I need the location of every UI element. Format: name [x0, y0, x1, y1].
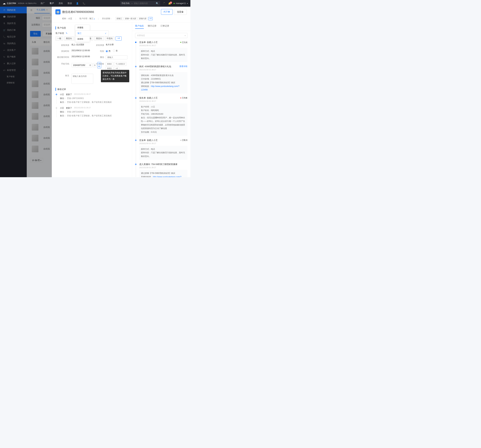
customer-tag: 高意向	[94, 36, 104, 41]
link[interactable]: http://www.yunduoketang.com/?123456	[141, 85, 179, 91]
topnav-客户[interactable]: 客户	[50, 2, 54, 5]
section-customer-info: 客户信息	[55, 26, 128, 29]
dropdown-option[interactable]: 师馨薇	[75, 25, 90, 31]
tag-more[interactable]: +4	[116, 36, 122, 41]
group-more[interactable]: +4	[148, 17, 153, 20]
mod-log-item: 小王更新了2021/01/30 01:38:27微信：空值-1367218282…	[56, 93, 128, 104]
user-menu[interactable]: manager11 ▾	[173, 2, 188, 5]
deposit-button[interactable]: 交定金	[174, 9, 187, 15]
manager-select[interactable]: 客户经理：张三 ▴	[79, 17, 95, 20]
search-box: 手机号码 ▾ 🔍	[120, 1, 160, 6]
info-panel: 客户信息 客户标签 ✎ 一般高意向中意向一般高意向中意向+4 获客来源线上-北京…	[52, 22, 132, 177]
tags-label: 客户标签	[55, 32, 64, 34]
personal-tag: 个人标签12	[114, 62, 127, 66]
merge-tooltip: 查询到此手机号码在系统中已存在，可以将两条客户数据合并为一条	[101, 70, 129, 82]
section-mod-log: 修改记录	[55, 88, 128, 91]
activity-panel: 客户动态聊天记录订单记录 全部动态 ▾ 定金单创建人小王已完成2020/01/3…	[132, 22, 190, 177]
edit-tags-icon[interactable]: ✎	[66, 32, 68, 34]
topnav-数据[interactable]: 数据	[68, 2, 72, 5]
topnav-推广[interactable]: 推广	[41, 2, 45, 5]
activity-item: 定金单创建人小王已完成2020/01/30 01:38:27跟单方式：电话跟单内…	[136, 41, 187, 65]
manager-dropdown: 师馨薇张三✓俱保咏	[75, 25, 90, 42]
order-button[interactable]: 代下单	[161, 9, 173, 15]
customer-tag: 中意向	[105, 36, 115, 41]
logo-subtitle: 教育机构一站 式服务云平台	[17, 2, 37, 5]
drawer-subheader: 昵称：小王 | 客户经理：张三 ▴ | 所在群聊： 群聊三群聊一群大群群聊六群+…	[52, 17, 190, 22]
topnav-质检[interactable]: 质检	[59, 2, 63, 5]
phone-input-wrap: ⊞	[71, 63, 92, 67]
activity-item: 购买4399理财课进阶课程大礼包查看详情2021/01/30 01:38:27课…	[136, 65, 187, 96]
user-icon[interactable]: 👤	[76, 2, 79, 5]
group-tag: 群聊一群大群	[124, 17, 137, 20]
activity-filter-select[interactable]: 全部动态 ▾	[135, 33, 187, 38]
mobile-icon[interactable]: 📱	[163, 2, 165, 5]
customer-tag: 一般	[55, 36, 63, 41]
chevron-down-icon: ▾	[187, 2, 188, 4]
logo-text: 云朵CRM	[7, 2, 16, 5]
group-tag: 群聊三	[115, 17, 123, 20]
activity-tab[interactable]: 聊天记录	[148, 24, 157, 29]
copy-button[interactable]: ⧉	[93, 63, 97, 67]
phone-link[interactable]: 手机查询到此手机号码在系统中已存在，可以将两条客户数据合并为一条	[97, 62, 101, 68]
search-icon[interactable]: 🔍	[154, 2, 160, 5]
notification-count: 5	[170, 1, 172, 4]
group-tag: 群聊六群	[138, 17, 148, 20]
activity-tab[interactable]: 订单记录	[160, 24, 169, 29]
activity-item: 报名单创建人小王已失败2020/01/30 01:38:27客户经理：小王客户姓…	[136, 96, 187, 139]
dropdown-option[interactable]: 张三✓	[75, 31, 109, 36]
top-nav: 推广客户质检数据	[41, 2, 72, 5]
phone-input[interactable]	[72, 63, 88, 67]
customer-drawer: 🏢 微信名称6789990000966 代下单 交定金 昵称：小王 | 客户经理…	[52, 7, 190, 177]
remark-textarea[interactable]	[71, 74, 93, 84]
gender-male-radio[interactable]: 男	[106, 50, 111, 53]
logo: ☁ 云朵CRM 教育机构一站 式服务云平台	[3, 1, 37, 5]
activity-tabs: 客户动态聊天记录订单记录	[132, 22, 190, 31]
search-input[interactable]	[132, 2, 154, 5]
search-type-select[interactable]: 手机号码	[120, 2, 131, 5]
customer-tag: 高意向	[64, 36, 74, 41]
link[interactable]: http://www.yunduoketang.com/?123456	[141, 176, 181, 177]
drawer-title: 微信名称6789990000966	[62, 10, 94, 14]
topbar: ☁ 云朵CRM 教育机构一站 式服务云平台 推广客户质检数据 👤 📞 手机号码 …	[0, 0, 190, 7]
activity-item: 进入直播间759-59班第三期理财直播课2021/01/30 01:38:27通…	[136, 163, 187, 177]
bell-icon[interactable]: 🔔5	[168, 2, 171, 5]
personal-tag: 标签1	[106, 62, 113, 66]
building-icon: 🏢	[55, 9, 60, 14]
phone-icon[interactable]: 📞	[83, 2, 85, 5]
activity-tab[interactable]: 客户动态	[135, 24, 144, 29]
dropdown-option[interactable]: 俱保咏	[75, 36, 90, 42]
chevron-down-icon: ▾	[131, 2, 132, 4]
status-online-icon	[173, 3, 175, 4]
table-icon[interactable]: ⊞	[88, 64, 92, 66]
chevron-down-icon: ▾	[185, 35, 186, 36]
drawer-header: 🏢 微信名称6789990000966 代下单 交定金	[52, 7, 190, 17]
activity-item: 定金单创建人小王已取消2020/01/30 01:38:27跟单方式：电话跟单内…	[136, 139, 187, 163]
view-detail[interactable]: 查看详情	[179, 65, 187, 68]
gender-female-radio[interactable]: 女	[113, 49, 118, 52]
check-icon: ✓	[105, 32, 106, 35]
cloud-logo-icon: ☁	[3, 1, 6, 5]
personal-tag-more[interactable]: +4	[114, 67, 119, 70]
chevron-up-icon: ▴	[94, 18, 95, 20]
username: manager11	[176, 2, 186, 5]
mod-log-item: 小王更新了2021/01/30 01:38:27微信：空值-1367218282…	[56, 107, 128, 117]
wechat-input[interactable]	[106, 55, 128, 59]
